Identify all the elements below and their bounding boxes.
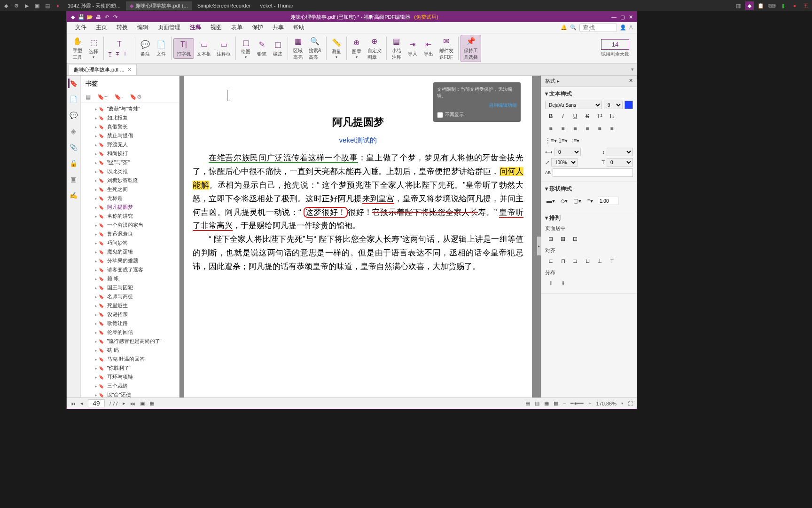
close-icon[interactable]: ✕ — [629, 14, 633, 20]
taskbar-app[interactable]: SimpleScreenRecorder — [194, 2, 255, 9]
align-left-button[interactable]: ≡ — [545, 123, 556, 134]
dont-show-checkbox[interactable]: 不再显示 — [437, 111, 517, 118]
tool-file-attach[interactable]: 📄文件 — [153, 39, 169, 58]
tool-pencil[interactable]: ✎铅笔 — [254, 39, 270, 58]
align-l-button[interactable]: ⊏ — [545, 256, 556, 266]
font-color-swatch[interactable] — [625, 101, 633, 109]
collapse-right-icon[interactable]: ▸ — [537, 237, 541, 255]
next-page-button[interactable]: ▸ — [123, 400, 125, 406]
tray-icon[interactable]: 五 — [802, 1, 810, 10]
tray-icon[interactable]: ▥ — [734, 1, 742, 10]
bookmark-item[interactable]: 名称的讲究 — [81, 212, 179, 221]
para-spacing-select[interactable] — [607, 148, 633, 156]
security-rail-icon[interactable]: 🔒 — [69, 159, 78, 168]
tool-textbox[interactable]: ▭文本框 — [194, 39, 214, 58]
zoom-value[interactable]: 170.86% — [596, 401, 617, 406]
bookmark-item[interactable]: 伦琴的回信 — [81, 328, 179, 337]
tray-icon[interactable]: ● — [790, 1, 799, 10]
bookmark-item[interactable]: 巧问妙答 — [81, 238, 179, 247]
bookmark-item[interactable]: 鲁迅讽衰良 — [81, 230, 179, 238]
document-tab[interactable]: 趣味心理学故事.pdf ... ✕ — [69, 64, 137, 75]
pages-rail-icon[interactable]: 📄 — [69, 95, 78, 104]
tb-icon[interactable]: ♦ — [54, 1, 62, 10]
bookmark-item[interactable]: 魔鬼的逻辑 — [81, 247, 179, 256]
tool-hand[interactable]: ✋手型 工具 — [70, 35, 86, 62]
bookmark-item[interactable]: 以此类推 — [81, 167, 179, 176]
bookmark-item[interactable]: 一个穷汉的家当 — [81, 221, 179, 230]
tool-summary[interactable]: ▤小结 注释 — [389, 35, 405, 62]
bookmark-item[interactable]: 以"命"还债 — [81, 390, 179, 397]
menu-annotate[interactable]: 注释 — [185, 22, 206, 33]
bookmark-item[interactable]: 歌德让路 — [81, 319, 179, 328]
line-width-input[interactable] — [598, 197, 618, 205]
superscript-button[interactable]: T² — [594, 111, 605, 121]
font-size-select[interactable]: 9 — [604, 101, 623, 109]
zoom-out-button[interactable]: − — [563, 401, 566, 406]
notify-icon[interactable]: 🔔 — [561, 24, 567, 31]
align-right-button[interactable]: ≡ — [570, 123, 581, 134]
start-icon[interactable]: ◆ — [2, 1, 10, 10]
last-page-button[interactable]: ⏭ — [130, 401, 135, 406]
fullscreen-icon[interactable]: ⛶ — [628, 401, 633, 406]
tb-icon[interactable]: ▤ — [43, 1, 52, 10]
collapse-ribbon-icon[interactable]: ᐱ — [629, 24, 633, 31]
italic-button[interactable]: I — [557, 111, 569, 121]
bookmark-item[interactable]: 无标题 — [81, 194, 179, 203]
prev-page-button[interactable]: ◂ — [80, 400, 83, 406]
page-number-input[interactable] — [88, 399, 105, 407]
bookmark-item[interactable]: 死里逃生 — [81, 301, 179, 310]
close-panel-icon[interactable]: ✕ — [629, 78, 633, 85]
dist-h-button[interactable]: ⫴ — [545, 278, 556, 288]
tool-measure[interactable]: 📏测量▾ — [328, 36, 344, 60]
bookmark-item[interactable]: "坐"与"茶" — [81, 158, 179, 167]
page-viewer[interactable]: 阿凡提圆梦 veket测试的 在维吾尔族民间广泛流传着这样一个故事：皇上做了个梦… — [180, 76, 541, 397]
tool-keep-selected[interactable]: 📌保持工 具选择 — [461, 35, 481, 62]
center-v-button[interactable]: ⊞ — [557, 234, 569, 244]
layout4-icon[interactable]: ▩ — [554, 400, 558, 406]
enable-edit-link[interactable]: 启用编辑功能 — [437, 102, 517, 109]
line-style-button[interactable]: ▢▾ — [571, 196, 583, 206]
layers-rail-icon[interactable]: ◈ — [69, 127, 78, 136]
bookmark-item[interactable]: 请客变成了逐客 — [81, 265, 179, 274]
tray-icon[interactable]: 📋 — [757, 1, 765, 10]
font-select[interactable]: DejaVu Sans — [545, 101, 602, 109]
zoom-slider[interactable]: ━●━━ — [570, 400, 584, 406]
bookmark-item[interactable]: 禁止与提倡 — [81, 131, 179, 140]
bookmark-item[interactable]: 刘墉妙答乾隆 — [81, 176, 179, 185]
tab-close-icon[interactable]: ✕ — [127, 67, 132, 73]
tb-icon[interactable]: ⚙ — [12, 1, 21, 10]
tool-search-highlight[interactable]: 🔍搜索& 高亮 — [306, 35, 324, 62]
undo-icon[interactable]: ↶ — [103, 14, 110, 20]
menu-help[interactable]: 帮助 — [289, 22, 309, 33]
align-justify2-button[interactable]: ≡ — [594, 123, 605, 134]
center-h-button[interactable]: ⊟ — [545, 234, 556, 244]
bookmark-item[interactable]: 三个裁缝 — [81, 381, 179, 390]
bookmark-item[interactable]: 阿凡提圆梦 — [81, 203, 179, 212]
bookmark-item[interactable]: 马克·吐温的回答 — [81, 355, 179, 364]
menu-home[interactable]: 主页 — [91, 22, 112, 33]
minimize-icon[interactable]: — — [611, 14, 617, 20]
dist-v-button[interactable]: ⫵ — [557, 278, 569, 288]
menu-share[interactable]: 共享 — [268, 22, 289, 33]
tray-icon[interactable]: ◆ — [745, 1, 754, 10]
bookmark-item[interactable]: 分苹果的难题 — [81, 256, 179, 265]
subscript-button[interactable]: T₂ — [606, 111, 617, 121]
bookmark-item[interactable]: 野渡无人 — [81, 140, 179, 149]
bookmarks-rail-icon[interactable]: 🔖 — [68, 79, 78, 88]
underline-button[interactable]: U — [570, 111, 581, 121]
align-justify-button[interactable]: ≡ — [582, 123, 593, 134]
menu-view[interactable]: 视图 — [206, 22, 226, 33]
fill-color-button[interactable]: ▬▾ — [545, 196, 556, 206]
bookmark-item[interactable]: 耳环与项链 — [81, 373, 179, 381]
bookmark-item[interactable]: 设谜招亲 — [81, 310, 179, 319]
tabs-dropdown-icon[interactable]: ▾ — [628, 66, 637, 72]
tool-stamp[interactable]: ⊕图章▾ — [349, 36, 365, 60]
fields-rail-icon[interactable]: ▣ — [69, 175, 78, 184]
line-dash-button[interactable]: ≡▾ — [585, 196, 596, 206]
tool-select[interactable]: ⬚选择▾ — [86, 36, 102, 60]
align-c-button[interactable]: ⊓ — [557, 256, 569, 266]
view-mode2-icon[interactable]: ▦ — [149, 400, 154, 406]
bookmark-item[interactable]: 赖 帐 — [81, 274, 179, 283]
tool-export[interactable]: ⇤导出 — [421, 39, 437, 58]
align-center-button[interactable]: ≡ — [557, 123, 569, 134]
